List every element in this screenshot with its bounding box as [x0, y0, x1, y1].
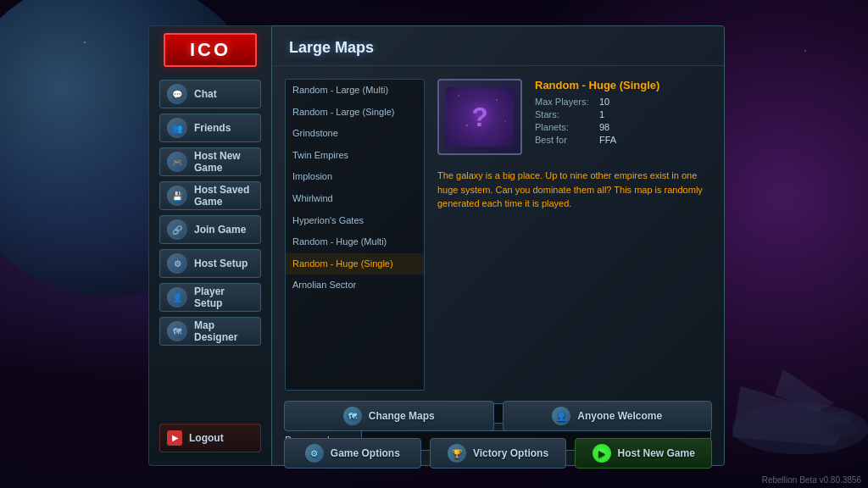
sidebar-item-friends[interactable]: 👥 Friends: [159, 114, 261, 142]
sidebar-item-join-label: Join Game: [194, 224, 246, 236]
map-thumbnail: ?: [437, 79, 522, 155]
sidebar-item-friends-label: Friends: [194, 122, 231, 134]
stat-row-planets: Planets: 98: [535, 122, 711, 132]
game-options-label: Game Options: [331, 447, 400, 459]
game-options-button[interactable]: ⚙ Game Options: [284, 438, 421, 469]
host-saved-icon: 💾: [167, 186, 187, 206]
sidebar-item-host-new-label: Host New Game: [194, 150, 253, 174]
map-item-6[interactable]: Hyperion's Gates: [286, 210, 424, 232]
sidebar-item-host-saved-label: Host Saved Game: [194, 184, 253, 208]
svg-point-4: [826, 422, 860, 435]
map-stat-title: Random - Huge (Single): [535, 79, 711, 92]
map-item-5[interactable]: Whirlwind: [286, 188, 424, 210]
host-new-game-icon: 🎮: [167, 152, 187, 172]
logout-button[interactable]: ▶ Logout: [159, 424, 261, 452]
chat-icon: 💬: [167, 84, 187, 104]
change-maps-button[interactable]: 🗺 Change Maps: [284, 401, 494, 431]
sidebar-item-host-new-game[interactable]: 🎮 Host New Game: [159, 147, 261, 176]
ico-logo-text: ICO: [190, 39, 231, 61]
stat-row-best-for: Best for FFA: [535, 135, 711, 145]
sidebar-item-map-label: Map Designer: [194, 319, 253, 343]
bottom-buttons: 🗺 Change Maps 👤 Anyone Welcome ⚙ Game Op…: [271, 401, 725, 475]
planets-value: 98: [599, 122, 609, 132]
map-item-9[interactable]: Arnolian Sector: [286, 274, 424, 297]
btn-row-2: ⚙ Game Options 🏆 Victory Options ▶ Host …: [284, 438, 712, 469]
planets-label: Planets:: [535, 122, 594, 132]
btn-row-1: 🗺 Change Maps 👤 Anyone Welcome: [284, 401, 712, 431]
map-item-0[interactable]: Random - Large (Multi): [286, 80, 424, 102]
ico-logo: ICO: [164, 33, 257, 67]
content-body: Random - Large (Multi) Random - Large (S…: [272, 66, 724, 403]
anyone-welcome-label: Anyone Welcome: [577, 410, 662, 422]
sidebar-item-player-label: Player Setup: [194, 286, 253, 309]
stars-label: Stars:: [535, 109, 594, 119]
map-designer-icon: 🗺: [167, 321, 187, 341]
map-item-8[interactable]: Random - Huge (Single): [286, 253, 424, 275]
map-item-7[interactable]: Random - Huge (Multi): [286, 231, 424, 253]
game-options-icon: ⚙: [305, 444, 324, 463]
stars-value: 1: [599, 109, 604, 119]
map-item-4[interactable]: Implosion: [286, 166, 424, 188]
map-stats: Random - Huge (Single) Max Players: 10 S…: [535, 79, 711, 147]
anyone-welcome-icon: 👤: [552, 407, 570, 425]
logout-label: Logout: [189, 432, 224, 444]
change-maps-icon: 🗺: [343, 407, 362, 425]
version-text: Rebellion Beta v0.80.3856: [762, 475, 861, 485]
sidebar-item-join-game[interactable]: 🔗 Join Game: [159, 215, 261, 244]
map-info: ? Random - Huge (Single) Max Players: 10…: [437, 79, 711, 391]
map-item-2[interactable]: Grindstone: [286, 123, 424, 145]
content-panel: Large Maps Random - Large (Multi) Random…: [271, 25, 725, 466]
join-game-icon: 🔗: [167, 219, 187, 240]
sidebar-item-map-designer[interactable]: 🗺 Map Designer: [159, 317, 261, 346]
map-description: The galaxy is a big place. Up to nine ot…: [437, 164, 711, 216]
best-for-value: FFA: [599, 135, 616, 145]
map-item-1[interactable]: Random - Large (Single): [286, 102, 424, 124]
change-maps-label: Change Maps: [369, 410, 435, 422]
map-thumbnail-inner: ?: [446, 87, 514, 147]
sidebar-item-host-saved-game[interactable]: 💾 Host Saved Game: [159, 181, 261, 210]
map-item-3[interactable]: Twin Empires: [286, 145, 424, 167]
sidebar-item-chat[interactable]: 💬 Chat: [159, 80, 261, 108]
max-players-value: 10: [599, 97, 609, 107]
victory-options-icon: 🏆: [448, 444, 466, 463]
player-setup-icon: 👤: [167, 287, 187, 308]
sidebar-item-host-setup[interactable]: ⚙ Host Setup: [159, 249, 261, 278]
logout-icon: ▶: [167, 430, 182, 446]
map-list[interactable]: Random - Large (Multi) Random - Large (S…: [285, 79, 425, 391]
host-new-game-button[interactable]: ▶ Host New Game: [575, 438, 712, 469]
content-title: Large Maps: [289, 39, 374, 56]
best-for-label: Best for: [535, 135, 594, 145]
host-new-game-label: Host New Game: [618, 447, 695, 459]
max-players-label: Max Players:: [535, 97, 594, 107]
sidebar: ICO 💬 Chat 👥 Friends 🎮 Host New Game 💾 H…: [148, 25, 271, 466]
stat-row-stars: Stars: 1: [535, 109, 711, 119]
content-header: Large Maps: [272, 26, 724, 66]
friends-icon: 👥: [167, 118, 187, 138]
anyone-welcome-button[interactable]: 👤 Anyone Welcome: [503, 401, 713, 431]
sidebar-item-chat-label: Chat: [194, 88, 217, 100]
victory-options-label: Victory Options: [473, 447, 548, 459]
host-setup-icon: ⚙: [167, 253, 187, 274]
sidebar-item-player-setup[interactable]: 👤 Player Setup: [159, 283, 261, 312]
host-new-game-btn-icon: ▶: [593, 444, 611, 463]
victory-options-button[interactable]: 🏆 Victory Options: [430, 438, 567, 469]
stat-row-players: Max Players: 10: [535, 97, 711, 107]
map-preview-row: ? Random - Huge (Single) Max Players: 10…: [437, 79, 711, 155]
sidebar-item-host-setup-label: Host Setup: [194, 258, 248, 269]
map-stars-overlay: [446, 87, 514, 147]
